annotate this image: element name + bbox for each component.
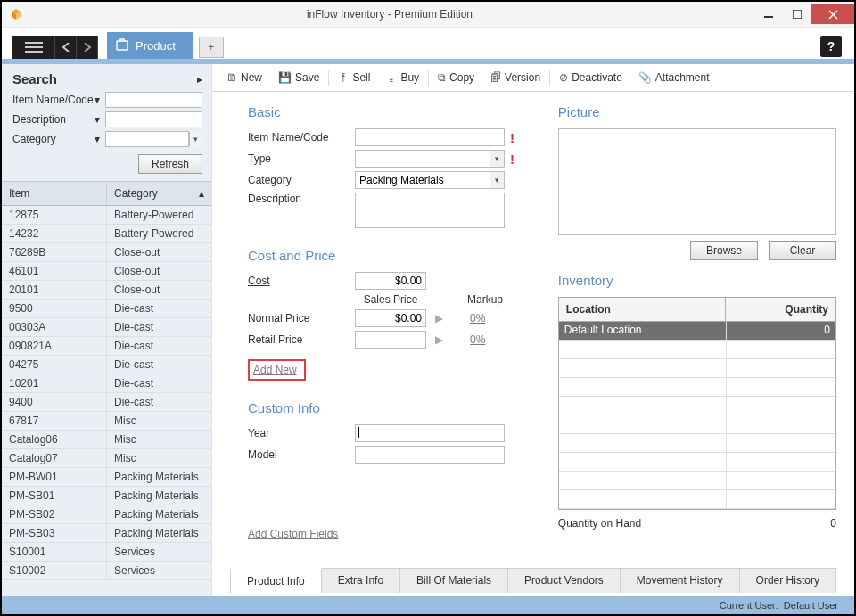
table-row[interactable]: PM-BW01Packing Materials [2,468,211,487]
required-icon: ! [510,152,514,167]
clear-button[interactable]: Clear [769,241,836,260]
deactivate-button[interactable]: ⊘Deactivate [549,70,630,86]
normal-markup[interactable]: 0% [470,312,485,324]
table-row[interactable]: 12875Battery-Powered [2,206,211,225]
table-row[interactable]: 00303ADie-cast [2,318,211,337]
sort-asc-icon: ▴ [199,187,204,200]
grid-header-category[interactable]: Category▴ [107,182,211,205]
nav-cluster [12,36,98,59]
buy-button[interactable]: ⭳Buy [379,70,426,86]
inventory-row[interactable] [559,359,835,378]
save-button[interactable]: 💾Save [271,70,326,86]
new-button[interactable]: 🗎New [219,70,269,86]
refresh-button[interactable]: Refresh [138,154,202,174]
table-row[interactable]: PM-SB03Packing Materials [2,524,211,543]
inventory-row[interactable] [559,453,835,472]
close-button[interactable] [811,4,854,24]
sell-button[interactable]: ⭱Sell [328,70,377,86]
inventory-row[interactable] [559,472,835,490]
tab-add-button[interactable]: + [199,37,224,58]
retail-price-input[interactable] [355,331,426,349]
retail-price-label: Retail Price [248,333,355,346]
category-label: Category [248,174,355,186]
table-row[interactable]: 10201Die-cast [2,374,211,393]
menu-button[interactable] [12,36,55,59]
search-name-dd-icon[interactable]: ▾ [95,94,100,106]
search-desc-input[interactable] [105,111,202,127]
tab-product[interactable]: Product [107,32,193,59]
table-row[interactable]: Catalog07Misc [2,449,211,468]
inventory-row[interactable] [559,490,835,509]
cost-label[interactable]: Cost [248,275,355,287]
chevron-down-icon[interactable]: ▾ [490,151,504,167]
search-name-input[interactable] [105,92,202,108]
search-desc-dd-icon[interactable]: ▾ [95,113,100,126]
nav-back-button[interactable] [55,36,77,59]
add-custom-fields-link[interactable]: Add Custom Fields [248,528,338,540]
inventory-row[interactable] [559,434,835,453]
maximize-button[interactable] [783,4,811,24]
table-row[interactable]: S10002Services [2,562,211,580]
model-input[interactable] [355,446,505,464]
attachment-button[interactable]: 📎Attachment [631,70,717,86]
tab-vendors[interactable]: Product Vendors [508,569,621,593]
chevron-down-icon[interactable]: ▾ [490,172,504,188]
description-input[interactable] [355,193,505,228]
chevron-down-icon[interactable]: ▾ [189,132,202,146]
table-row[interactable]: 9400Die-cast [2,393,211,412]
retail-markup[interactable]: 0% [470,333,485,346]
apply-icon[interactable]: ▶ [435,333,443,346]
inventory-header-quantity[interactable]: Quantity [726,298,835,321]
table-row[interactable]: Catalog06Misc [2,431,211,449]
table-row[interactable]: 14232Battery-Powered [2,225,211,243]
search-title: Search [12,71,57,86]
tab-order-history[interactable]: Order History [740,569,836,593]
table-row[interactable]: S10001Services [2,543,211,562]
version-button[interactable]: 🗐Version [483,70,547,86]
table-row[interactable]: 76289BClose-out [2,243,211,262]
table-row[interactable]: 67817Misc [2,412,211,431]
custom-section-title: Custom Info [248,400,540,415]
table-row[interactable]: PM-SB01Packing Materials [2,487,211,505]
normal-price-input[interactable] [355,309,426,327]
table-row[interactable]: 9500Die-cast [2,300,211,318]
collapse-sidebar-icon[interactable]: ▸ [197,73,202,86]
description-label: Description [248,193,355,205]
item-name-input[interactable] [355,128,505,146]
inventory-row[interactable] [559,397,835,415]
table-row[interactable]: 04275Die-cast [2,356,211,374]
product-icon [116,38,128,53]
tab-product-info[interactable]: Product Info [230,568,322,593]
table-row[interactable]: 090821ADie-cast [2,337,211,356]
grid-header-item[interactable]: Item [2,182,107,205]
nav-forward-button[interactable] [77,36,98,59]
apply-icon[interactable]: ▶ [435,312,443,324]
year-input[interactable] [355,424,505,442]
inventory-header-location[interactable]: Location [559,298,727,321]
type-combo[interactable] [355,150,505,168]
help-button[interactable]: ? [820,36,842,57]
inventory-row[interactable]: Default Location 0 [559,322,835,341]
category-combo[interactable] [355,171,505,189]
table-row[interactable]: PM-SB02Packing Materials [2,505,211,524]
inventory-row[interactable] [559,378,835,397]
buy-icon: ⭳ [386,71,397,84]
inventory-row[interactable] [559,415,835,434]
search-cat-dd-icon[interactable]: ▾ [95,133,100,145]
qoh-value: 0 [830,517,836,530]
table-row[interactable]: 20101Close-out [2,281,211,300]
version-icon: 🗐 [490,71,501,84]
table-row[interactable]: 46101Close-out [2,262,211,281]
basic-section-title: Basic [248,104,540,119]
copy-button[interactable]: ⧉Copy [428,70,482,86]
tab-bom[interactable]: Bill Of Materials [400,569,508,593]
add-new-link[interactable]: Add New [253,364,297,376]
inventory-row[interactable] [559,341,835,359]
browse-button[interactable]: Browse [690,241,758,260]
minimize-button[interactable] [754,4,783,24]
cost-input[interactable] [355,272,426,290]
search-cat-combo[interactable] [105,131,189,147]
tab-movement[interactable]: Movement History [621,569,740,593]
tab-extra-info[interactable]: Extra Info [322,569,400,593]
item-name-label: Item Name/Code [248,131,355,144]
